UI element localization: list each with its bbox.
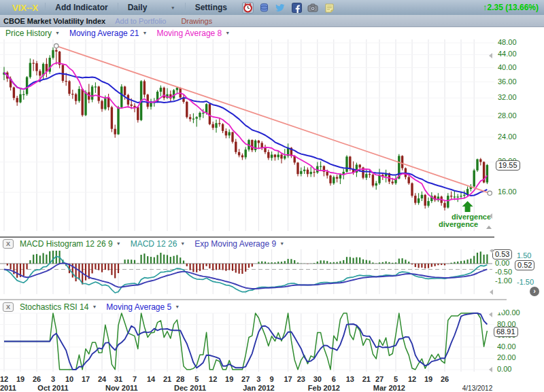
alert-clock-icon[interactable]	[242, 2, 254, 14]
add-indicator-button[interactable]: Add Indicator	[52, 3, 110, 12]
ema9-label: Exp Moving Average 9	[194, 239, 276, 249]
scroll-left-icon[interactable]	[490, 289, 493, 295]
symbol-subheader: CBOE Market Volatility Index Add to Port…	[0, 15, 544, 27]
chevron-down-icon: ▼	[171, 5, 175, 10]
scroll-left-icon[interactable]	[489, 312, 492, 317]
stoch-value-box: 68.91	[494, 327, 518, 337]
price-history-label: Price History	[5, 29, 52, 38]
stoch-rsi-label: Stochastics RSI 14	[20, 302, 88, 312]
moving-average-21-menu[interactable]: Moving Average 21 ▼	[69, 29, 147, 38]
chevron-down-icon: ▼	[142, 31, 147, 35]
toolbar-divider	[118, 3, 118, 12]
close-macd-panel-button[interactable]: X	[3, 239, 14, 249]
timeframe-select[interactable]: Daily ▼	[125, 3, 178, 12]
camera-icon[interactable]	[307, 2, 319, 14]
current-price-box: 19.55	[496, 160, 520, 171]
database-coins-icon[interactable]	[258, 2, 270, 14]
macd-value-box: 0.52	[515, 260, 534, 270]
scroll-up-icon[interactable]	[486, 226, 492, 229]
chevron-down-icon: ▼	[279, 241, 284, 246]
macd-menu[interactable]: MACD 12 26 ▼	[131, 239, 186, 249]
chart-canvas[interactable]	[0, 0, 544, 392]
stoch-rsi-menu[interactable]: Stochastics RSI 14 ▼	[20, 302, 97, 312]
macd-panel-header: X MACD Histogram 12 26 9 ▼ MACD 12 26 ▼ …	[0, 238, 503, 249]
change-value: 2.35 (13.66%)	[488, 3, 539, 12]
timeframe-value: Daily	[128, 3, 148, 12]
macd-label: MACD 12 26	[131, 239, 177, 249]
facebook-icon[interactable]	[291, 2, 303, 14]
ma21-label: Moving Average 21	[69, 29, 139, 38]
moving-average-8-menu[interactable]: Moving Average 8 ▼	[156, 29, 230, 38]
settings-button[interactable]: Settings	[192, 3, 230, 12]
ma8-label: Moving Average 8	[156, 29, 222, 38]
price-panel-header: Price History ▼ Moving Average 21 ▼ Movi…	[0, 27, 503, 39]
divergence-annotation-2: divergence	[439, 220, 478, 228]
chevron-down-icon: ▼	[225, 31, 230, 35]
scroll-left-icon[interactable]	[489, 213, 492, 219]
charting-app-window: { "icons": { "dropdown": "▼", "close": "…	[0, 0, 544, 392]
stoch-ma-label: Moving Average 5	[106, 302, 171, 312]
add-to-portfolio-link[interactable]: Add to Portfolio	[115, 17, 166, 25]
notes-icon[interactable]	[324, 2, 335, 14]
price-change-badge: ↑2.35 (13.66%)	[483, 2, 539, 12]
toolbar-divider	[45, 3, 46, 12]
symbol-label: VIX--X	[12, 3, 38, 13]
scroll-left-icon[interactable]	[489, 367, 492, 372]
chevron-down-icon: ▼	[180, 241, 185, 246]
chevron-down-icon: ▼	[116, 241, 121, 246]
chevron-down-icon: ▼	[92, 304, 97, 309]
scroll-right-button[interactable]: ›	[530, 287, 539, 296]
main-toolbar: VIX--X Add Indicator Daily ▼ Settings	[0, 0, 544, 15]
stoch-panel-header: X Stochastics RSI 14 ▼ Moving Average 5 …	[0, 301, 503, 313]
chevron-down-icon: ▼	[175, 304, 180, 309]
scroll-left-icon[interactable]	[489, 53, 492, 58]
macd-histogram-label: MACD Histogram 12 26 9	[20, 239, 113, 249]
chevron-down-icon: ▼	[55, 31, 60, 35]
drawings-link[interactable]: Drawings	[181, 17, 212, 25]
exp-moving-average-menu[interactable]: Exp Moving Average 9 ▼	[194, 239, 284, 249]
toolbar-divider	[185, 3, 186, 12]
price-history-menu[interactable]: Price History ▼	[5, 29, 60, 38]
symbol-full-name: CBOE Market Volatility Index	[3, 17, 105, 25]
stoch-ma-menu[interactable]: Moving Average 5 ▼	[106, 302, 180, 312]
twitter-icon[interactable]	[275, 2, 286, 14]
macd-histogram-value-box: 0.53	[492, 249, 512, 260]
macd-histogram-menu[interactable]: MACD Histogram 12 26 9 ▼	[20, 239, 121, 249]
close-stoch-panel-button[interactable]: X	[3, 302, 14, 312]
